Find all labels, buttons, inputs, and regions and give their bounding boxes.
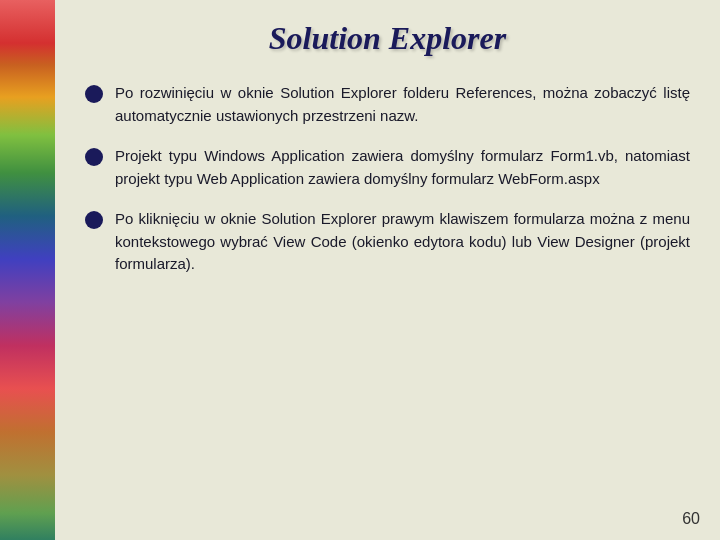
bullet-item-3: Po kliknięciu w oknie Solution Explorer … [85,208,690,276]
bullet-text-1: Po rozwinięciu w oknie Solution Explorer… [115,82,690,127]
bullet-icon-1 [85,85,103,103]
bullet-text-3: Po kliknięciu w oknie Solution Explorer … [115,208,690,276]
page-number: 60 [682,510,700,528]
bullet-icon-3 [85,211,103,229]
bullet-text-2: Projekt typu Windows Application zawiera… [115,145,690,190]
bullet-item-2: Projekt typu Windows Application zawiera… [85,145,690,190]
main-content: Solution Explorer Po rozwinięciu w oknie… [55,0,720,540]
bullet-item-1: Po rozwinięciu w oknie Solution Explorer… [85,82,690,127]
bullet-icon-2 [85,148,103,166]
left-decorative-strip [0,0,55,540]
slide-title: Solution Explorer [85,20,690,57]
